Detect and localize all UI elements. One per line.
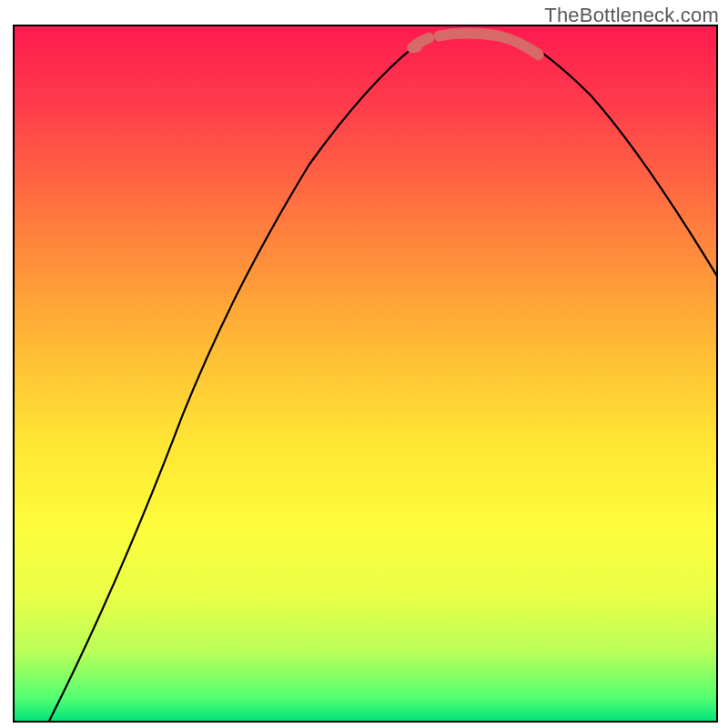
gradient-background (14, 25, 717, 722)
bottleneck-chart (0, 0, 728, 728)
optimal-dot (410, 40, 422, 53)
watermark-text: TheBottleneck.com (544, 4, 719, 27)
chart-container: TheBottleneck.com (0, 0, 728, 728)
